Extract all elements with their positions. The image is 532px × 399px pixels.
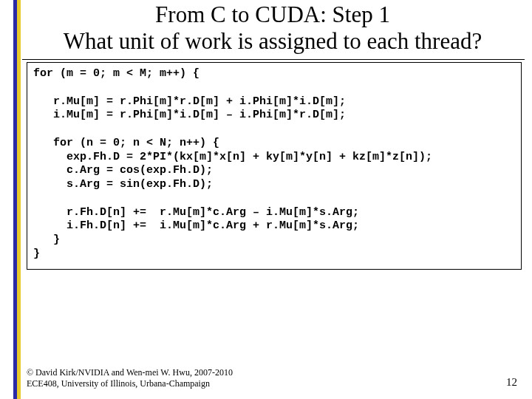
accent-stripe-yellow	[17, 0, 21, 399]
code-box: for (m = 0; m < M; m++) { r.Mu[m] = r.Ph…	[27, 62, 522, 270]
footer-credit-line1: © David Kirk/NVIDIA and Wen-mei W. Hwu, …	[27, 367, 233, 378]
code-line: s.Arg = sin(exp.Fh.D);	[33, 178, 213, 191]
code-line: for (m = 0; m < M; m++) {	[33, 67, 200, 80]
footer-credit: © David Kirk/NVIDIA and Wen-mei W. Hwu, …	[27, 367, 233, 389]
code-line: r.Fh.D[n] += r.Mu[m]*c.Arg – i.Mu[m]*s.A…	[33, 206, 359, 219]
footer: © David Kirk/NVIDIA and Wen-mei W. Hwu, …	[27, 367, 517, 389]
slide-title: From C to CUDA: Step 1 What unit of work…	[22, 1, 523, 54]
code-line: i.Fh.D[n] += i.Mu[m]*c.Arg + r.Mu[m]*s.A…	[33, 219, 359, 232]
accent-bar	[13, 0, 21, 399]
slide-title-line2: What unit of work is assigned to each th…	[22, 28, 523, 55]
code-line: r.Mu[m] = r.Phi[m]*r.D[m] + i.Phi[m]*i.D…	[33, 95, 346, 108]
page-number: 12	[506, 376, 517, 389]
code-line: }	[33, 248, 40, 260]
slide: From C to CUDA: Step 1 What unit of work…	[0, 0, 532, 399]
slide-title-line1: From C to CUDA: Step 1	[22, 1, 523, 28]
code-line: for (n = 0; n < N; n++) {	[33, 137, 219, 149]
code-line: exp.Fh.D = 2*PI*(kx[m]*x[n] + ky[m]*y[n]…	[33, 151, 432, 163]
title-underline	[22, 59, 525, 60]
footer-credit-line2: ECE408, University of Illinois, Urbana-C…	[27, 378, 233, 389]
code-line: i.Mu[m] = r.Phi[m]*i.D[m] – i.Phi[m]*r.D…	[33, 109, 346, 121]
code-line: }	[33, 233, 60, 246]
code-line: c.Arg = cos(exp.Fh.D);	[33, 164, 213, 177]
